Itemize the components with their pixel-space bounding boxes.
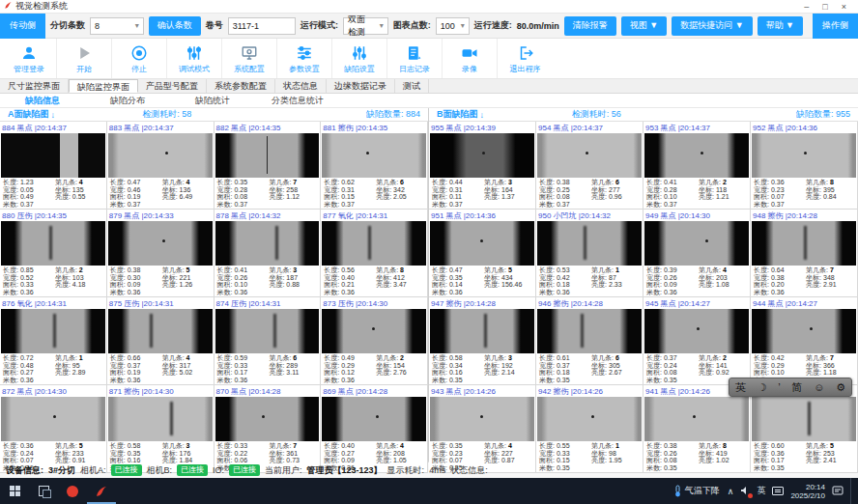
defect-cell[interactable]: 884 黑点 |20:14:37长度: 1.23宽度: 0.05面积: 0.49… xyxy=(0,122,107,210)
taskbar-app-1[interactable] xyxy=(58,478,87,504)
defect-thumbnail[interactable] xyxy=(430,221,534,266)
data-quick-access-button[interactable]: 数据快捷访问 ▼ xyxy=(672,16,752,36)
task-view-button[interactable] xyxy=(29,478,58,504)
manage-login-button[interactable]: 管理登录 xyxy=(2,39,57,78)
defect-thumbnail[interactable] xyxy=(537,397,642,441)
defect-cell[interactable]: 951 黑点 |20:14:36长度: 0.47宽度: 0.35面积: 0.14… xyxy=(429,210,536,297)
clear-alarm-button[interactable]: 清除报警 xyxy=(564,16,616,36)
defect-thumbnail[interactable] xyxy=(430,309,534,353)
defect-cell[interactable]: 955 黑点 |20:14:39长度: 0.44宽度: 0.31面积: 0.11… xyxy=(429,122,536,210)
video-button[interactable]: 录像 xyxy=(443,39,498,78)
defect-thumbnail[interactable] xyxy=(644,397,749,441)
defect-thumbnail[interactable] xyxy=(1,309,105,353)
close-icon[interactable]: × xyxy=(842,2,846,12)
drive-side-button[interactable]: 传动侧 xyxy=(0,14,45,39)
defect-cell[interactable]: 941 黑点 |20:14:26长度: 0.38宽度: 0.26面积: 0.08… xyxy=(644,385,751,473)
clock-widget[interactable]: 20:14 2025/2/10 xyxy=(790,483,825,500)
defect-cell[interactable]: 869 黑点 |20:14:28长度: 0.40宽度: 0.27面积: 0.09… xyxy=(321,385,428,473)
defect-thumbnail[interactable] xyxy=(644,133,749,178)
start-button[interactable] xyxy=(0,478,29,504)
defect-cell[interactable]: 949 黑点 |20:14:30长度: 0.39宽度: 0.26面积: 0.09… xyxy=(644,210,751,297)
defect-cell[interactable]: 880 压伤 |20:14:35长度: 0.85宽度: 0.52面积: 0.33… xyxy=(0,210,107,297)
subtab-缺陷分布[interactable]: 缺陷分布 xyxy=(85,94,170,107)
defect-thumbnail[interactable] xyxy=(430,397,534,441)
defect-thumbnail[interactable] xyxy=(108,133,213,178)
log-record-button[interactable]: 日志记录 xyxy=(387,39,443,78)
defect-cell[interactable]: 881 擦伤 |20:14:35长度: 0.62宽度: 0.31面积: 0.15… xyxy=(321,122,428,210)
defect-thumbnail[interactable] xyxy=(644,221,749,266)
defect-cell[interactable]: 954 黑点 |20:14:37长度: 0.38宽度: 0.25面积: 0.08… xyxy=(536,122,644,210)
ime-settings-icon[interactable]: ⚙ xyxy=(836,381,845,394)
defect-thumbnail[interactable] xyxy=(322,309,426,353)
defect-thumbnail[interactable] xyxy=(537,221,642,266)
help-menu-button[interactable]: 帮助 ▼ xyxy=(758,16,803,36)
defect-cell[interactable]: 950 小凹坑 |20:14:32长度: 0.53宽度: 0.42面积: 0.1… xyxy=(536,210,644,297)
defect-cell[interactable]: 877 氧化 |20:14:31长度: 0.56宽度: 0.40面积: 0.21… xyxy=(321,210,428,297)
defect-thumbnail[interactable] xyxy=(215,397,320,441)
ime-moon-icon[interactable]: ☽ xyxy=(758,381,767,394)
panel-title[interactable]: B面缺陷图 xyxy=(437,108,478,121)
defect-thumbnail[interactable] xyxy=(108,397,213,441)
subtab-缺陷统计[interactable]: 缺陷统计 xyxy=(170,94,255,107)
defect-cell[interactable]: 883 黑点 |20:14:37长度: 0.47宽度: 0.46面积: 0.19… xyxy=(107,122,214,210)
defect-thumbnail[interactable] xyxy=(752,309,856,353)
tab-缺陷监控界面[interactable]: 缺陷监控界面 xyxy=(69,79,138,93)
defect-thumbnail[interactable] xyxy=(108,309,213,353)
notification-tray-icon[interactable] xyxy=(740,486,750,497)
defect-thumbnail[interactable] xyxy=(430,133,534,178)
defect-cell[interactable]: 953 黑点 |20:14:37长度: 0.41宽度: 0.28面积: 0.10… xyxy=(644,122,751,210)
defect-cell[interactable]: 944 黑点 |20:14:27长度: 0.42宽度: 0.29面积: 0.10… xyxy=(751,297,858,385)
ime-punct[interactable]: ’ xyxy=(778,381,780,393)
confirm-count-button[interactable]: 确认条数 xyxy=(149,16,201,36)
defect-cell[interactable]: 947 擦伤 |20:14:28长度: 0.58宽度: 0.34面积: 0.16… xyxy=(429,297,536,385)
subtab-分类信息统计[interactable]: 分类信息统计 xyxy=(255,94,340,107)
defect-cell[interactable]: 874 压伤 |20:14:31长度: 0.59宽度: 0.33面积: 0.17… xyxy=(214,297,322,385)
tab-产品型号配置[interactable]: 产品型号配置 xyxy=(138,79,207,93)
stop-button[interactable]: 停止 xyxy=(112,39,167,78)
defect-cell[interactable]: 873 压伤 |20:14:30长度: 0.49宽度: 0.29面积: 0.12… xyxy=(321,297,428,385)
defect-thumbnail[interactable] xyxy=(322,133,426,178)
tab-系统参数配置[interactable]: 系统参数配置 xyxy=(207,79,275,93)
defect-cell[interactable]: 871 擦伤 |20:14:30长度: 0.58宽度: 0.35面积: 0.16… xyxy=(107,385,214,473)
panel-title[interactable]: A面缺陷图 xyxy=(8,108,49,121)
start-button[interactable]: 开始 xyxy=(57,39,112,78)
language-indicator[interactable]: 英 xyxy=(757,485,765,497)
action-center-icon[interactable] xyxy=(832,485,844,498)
chart-points-select[interactable]: 100▾ xyxy=(436,17,470,35)
show-desktop-button[interactable] xyxy=(850,478,854,504)
ime-lang-en[interactable]: 英 xyxy=(735,380,746,395)
debug-mode-button[interactable]: 调试模式 xyxy=(167,39,222,78)
exit-program-button[interactable]: 退出程序 xyxy=(498,39,553,78)
param-settings-button[interactable]: 参数设置 xyxy=(277,39,332,78)
tab-尺寸监控界面[interactable]: 尺寸监控界面 xyxy=(0,79,69,93)
defect-thumbnail[interactable] xyxy=(752,397,856,441)
ime-simplified[interactable]: 简 xyxy=(791,380,802,395)
defect-thumbnail[interactable] xyxy=(1,397,105,441)
defect-thumbnail[interactable] xyxy=(644,309,749,353)
defect-thumbnail[interactable] xyxy=(322,221,426,266)
tab-状态信息[interactable]: 状态信息 xyxy=(275,79,327,93)
operator-side-button[interactable]: 操作侧 xyxy=(813,14,858,39)
defect-cell[interactable]: 878 黑点 |20:14:32长度: 0.41宽度: 0.26面积: 0.10… xyxy=(214,210,322,297)
defect-cell[interactable]: 879 黑点 |20:14:33长度: 0.38宽度: 0.30面积: 0.09… xyxy=(107,210,214,297)
defect-thumbnail[interactable] xyxy=(537,133,642,178)
tab-测试[interactable]: 测试 xyxy=(395,79,429,93)
defect-cell[interactable]: 952 黑点 |20:14:36长度: 0.36宽度: 0.23面积: 0.07… xyxy=(751,122,858,210)
defect-cell[interactable]: 946 擦伤 |20:14:28长度: 0.61宽度: 0.37面积: 0.18… xyxy=(536,297,644,385)
system-config-button[interactable]: 系统配置 xyxy=(222,39,277,78)
defect-cell[interactable]: 948 擦伤 |20:14:28长度: 0.64宽度: 0.38面积: 0.20… xyxy=(751,210,858,297)
defect-cell[interactable]: 943 黑点 |20:14:26长度: 0.35宽度: 0.23面积: 0.07… xyxy=(429,385,536,473)
maximize-icon[interactable]: □ xyxy=(822,2,827,12)
defect-thumbnail[interactable] xyxy=(215,309,320,353)
subtab-缺陷信息[interactable]: 缺陷信息 xyxy=(0,94,85,107)
defect-cell[interactable]: 945 黑点 |20:14:27长度: 0.37宽度: 0.24面积: 0.08… xyxy=(644,297,751,385)
defect-thumbnail[interactable] xyxy=(108,221,213,266)
defect-cell[interactable]: 875 压伤 |20:14:31长度: 0.66宽度: 0.37面积: 0.19… xyxy=(107,297,214,385)
defect-thumbnail[interactable] xyxy=(1,133,105,178)
defect-thumbnail[interactable] xyxy=(537,309,642,353)
defect-thumbnail[interactable] xyxy=(215,133,320,178)
defect-settings-button[interactable]: 缺陷设置 xyxy=(332,39,387,78)
defect-cell[interactable]: 870 黑点 |20:14:28长度: 0.33宽度: 0.22面积: 0.06… xyxy=(214,385,322,473)
defect-cell[interactable]: 872 黑点 |20:14:30长度: 0.36宽度: 0.24面积: 0.07… xyxy=(0,385,107,473)
defect-thumbnail[interactable] xyxy=(752,221,856,266)
